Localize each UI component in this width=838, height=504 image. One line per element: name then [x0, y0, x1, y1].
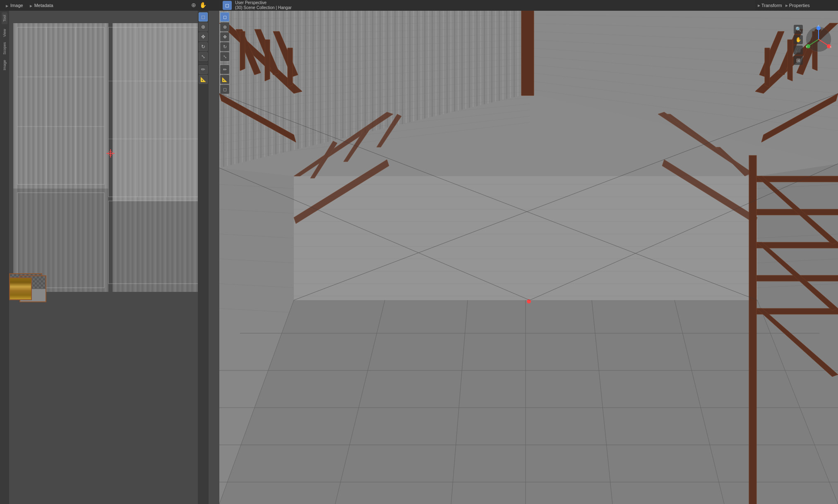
collection-label: (30) Scene Collection | Hangar: [235, 5, 292, 10]
hand-tool-header[interactable]: ✋: [199, 1, 207, 9]
svg-rect-118: [749, 155, 756, 504]
toolbar-separator: [199, 63, 208, 63]
tool-select-box[interactable]: ◻: [220, 12, 229, 21]
uv-side-tabs: Tool View Scopes Image: [0, 11, 9, 504]
tool-transform3d[interactable]: ◻: [220, 85, 229, 94]
svg-marker-79: [219, 300, 838, 504]
hangar-svg: [219, 11, 838, 504]
uv-editor-menu: ▶ Image ▶ Metadata ⊕ ✋: [0, 0, 219, 11]
uv-tool-measure[interactable]: 📐: [199, 75, 208, 84]
viewport-right-buttons: 🔍 ✋ 🎥 ⊞: [794, 25, 803, 65]
menu-item-image[interactable]: ▶ Image: [3, 2, 26, 9]
thumbnail-area: [9, 273, 42, 300]
ortho-btn[interactable]: ⊞: [794, 56, 803, 65]
transform-triangle-icon: ▶: [758, 4, 760, 7]
menu-item-metadata[interactable]: ▶ Metadata: [27, 2, 56, 9]
svg-rect-10: [108, 201, 199, 284]
svg-marker-97: [240, 31, 245, 71]
svg-marker-99: [288, 48, 293, 87]
properties-triangle-icon: ▶: [785, 4, 788, 7]
svg-marker-100: [521, 11, 534, 96]
hand-btn[interactable]: ✋: [794, 35, 803, 44]
viewport-info: User Perspective (30) Scene Collection |…: [235, 0, 292, 10]
cursor-tool-header[interactable]: ⊕: [190, 1, 198, 9]
hangar-scene: ◻ ⊕ ✥ ↻ ⤡ ✏ 📐 ◻ Z Y: [219, 11, 838, 504]
svg-text:Y: Y: [806, 45, 808, 48]
uv-texture-display: [13, 23, 208, 292]
tab-scopes[interactable]: Scopes: [2, 40, 7, 57]
header-tool-icons: ⊕ ✋: [190, 1, 207, 9]
tab-image[interactable]: Image: [2, 57, 7, 73]
viewport-header: ◻ User Perspective (30) Scene Collection…: [219, 0, 838, 11]
tool-move[interactable]: ✥: [220, 32, 229, 41]
uv-tool-move[interactable]: ✥: [199, 32, 208, 41]
svg-rect-123: [756, 308, 838, 314]
uv-tool-select[interactable]: ◻: [199, 12, 208, 21]
viewport-3d: ◻ User Perspective (30) Scene Collection…: [219, 0, 838, 504]
perspective-label: User Perspective: [235, 0, 292, 5]
nav-gizmo-svg: Z Y X: [804, 25, 833, 54]
top-right-panel: ▶ Transform ▶ Properties: [755, 0, 838, 11]
svg-rect-121: [756, 242, 838, 248]
arrow-icon-2: ▶: [30, 4, 32, 8]
uv-canvas[interactable]: ◻ ⊕ ✥ ↻ ⤡ ✏ 📐: [9, 11, 209, 504]
uv-tool-scale[interactable]: ⤡: [199, 52, 208, 61]
svg-text:Z: Z: [818, 25, 820, 27]
svg-rect-119: [756, 176, 838, 182]
transform-panel-item[interactable]: ▶ Transform: [758, 3, 782, 8]
arrow-icon: ▶: [6, 4, 8, 8]
properties-panel-item[interactable]: ▶ Properties: [785, 3, 810, 8]
header-select-btn[interactable]: ◻: [223, 1, 232, 10]
tool-annotate[interactable]: ✏: [220, 65, 229, 74]
svg-marker-54: [294, 176, 757, 300]
tool-scale[interactable]: ⤡: [220, 52, 229, 61]
uv-tool-annotate[interactable]: ✏: [199, 65, 208, 74]
tab-tool[interactable]: Tool: [2, 12, 7, 24]
svg-rect-1: [108, 27, 199, 197]
tool-cursor[interactable]: ⊕: [220, 22, 229, 31]
navigation-gizmo[interactable]: Z Y X: [804, 25, 833, 54]
uv-cursor-crosshair: [106, 149, 115, 158]
search-btn[interactable]: 🔍: [794, 25, 803, 34]
uv-mesh-overlay: [13, 23, 208, 292]
viewport-header-tools: ◻: [223, 1, 232, 10]
thumbnail-wood: [9, 277, 32, 300]
uv-right-toolbar: ◻ ⊕ ✥ ↻ ⤡ ✏ 📐: [198, 11, 209, 504]
svg-text:X: X: [830, 45, 832, 48]
tool-measure[interactable]: 📐: [220, 75, 229, 84]
svg-marker-108: [765, 48, 770, 87]
svg-marker-98: [265, 40, 270, 81]
uv-tool-rotate[interactable]: ↻: [199, 42, 208, 51]
svg-marker-107: [788, 40, 792, 81]
tool-rotate[interactable]: ↻: [220, 42, 229, 51]
camera-btn[interactable]: 🎥: [794, 45, 803, 55]
toolbar-sep: [220, 63, 229, 63]
svg-rect-0: [17, 27, 104, 184]
tab-view[interactable]: View: [2, 26, 7, 39]
viewport-left-toolbar: ◻ ⊕ ✥ ↻ ⤡ ✏ 📐 ◻: [219, 11, 230, 504]
uv-tool-cursor[interactable]: ⊕: [199, 22, 208, 31]
uv-editor-panel: Tool View Scopes Image: [0, 11, 219, 504]
